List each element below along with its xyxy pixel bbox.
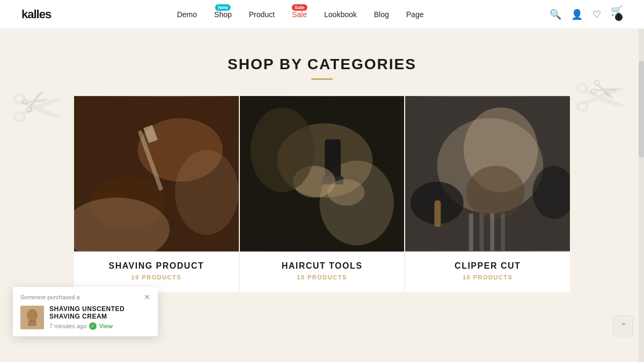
nav-menu: Demo Shop New Product Sale Sale Lookbook… [177,10,424,19]
nav-item-sale[interactable]: Sale Sale [292,10,307,19]
category-name-haircut: HAIRCUT TOOLS [251,261,394,271]
account-icon[interactable]: 👤 [571,9,583,20]
nav-item-blog[interactable]: Blog [374,10,389,19]
nav-item-shop[interactable]: Shop New [214,10,232,19]
sale-badge: Sale [292,4,308,11]
svg-rect-22 [480,213,484,250]
nav-link-product[interactable]: Product [249,10,275,19]
notification-product-thumbnail [20,306,44,329]
category-name-shaving: SHAVING PRODUCT [85,261,228,271]
nav-item-lookbook[interactable]: Lookbook [324,10,357,19]
section-title: SHOP BY CATEGORIES [0,56,644,73]
notification-someone-text: Someone purchased a [20,294,80,300]
nav-link-demo[interactable]: Demo [177,10,197,19]
category-card-haircut[interactable]: HAIRCUT TOOLS 10 PRODUCTS [240,96,405,292]
notification-body: SHAVING UNSCENTED SHAVING CREAM 7 minute… [20,305,150,330]
svg-rect-23 [491,213,495,250]
category-info-clipper: CLIPPER CUT 10 PRODUCTS [405,252,570,292]
chevron-up-icon: ⌃ [620,321,627,331]
notification-close-button[interactable]: ✕ [144,293,150,301]
category-info-shaving: SHAVING PRODUCT 10 PRODUCTS [74,252,239,292]
categories-grid: SHAVING PRODUCT 10 PRODUCTS [0,96,644,292]
navbar-icons: 🔍 👤 ♡ 🛒 0 [550,5,623,24]
nav-link-blog[interactable]: Blog [374,10,389,19]
category-name-clipper: CLIPPER CUT [416,261,559,271]
nav-link-sale[interactable]: Sale [292,10,307,19]
navbar: kalles Demo Shop New Product Sale Sale L… [0,0,644,29]
svg-rect-24 [501,213,505,250]
notification-header: Someone purchased a ✕ [20,293,150,301]
nav-item-product[interactable]: Product [249,10,275,19]
category-image-haircut [240,96,405,252]
purchase-notification: Someone purchased a ✕ SHAVING UNSCENTED … [13,287,158,336]
nav-item-demo[interactable]: Demo [177,10,197,19]
category-image-shaving [74,96,239,252]
notification-view-link[interactable]: View [99,323,113,329]
notification-time: 7 minutes ago [49,323,86,329]
nav-link-shop[interactable]: Shop [214,10,232,19]
svg-rect-21 [469,213,473,250]
svg-point-27 [27,309,38,322]
section-underline [311,78,333,80]
notification-dot-icon: ✓ [89,322,97,330]
category-card-shaving[interactable]: SHAVING PRODUCT 10 PRODUCTS [74,96,239,292]
haircut-img-overlay [240,96,405,252]
brand-logo[interactable]: kalles [21,8,51,21]
notification-product-info: SHAVING UNSCENTED SHAVING CREAM 7 minute… [49,305,150,330]
svg-point-18 [466,166,525,219]
category-info-haircut: HAIRCUT TOOLS 10 PRODUCTS [240,252,405,292]
new-badge: New [215,4,231,11]
nav-link-lookbook[interactable]: Lookbook [324,10,357,19]
notification-product-name: SHAVING UNSCENTED SHAVING CREAM [49,305,150,320]
category-image-clipper [405,96,570,252]
wishlist-icon[interactable]: ♡ [592,9,601,20]
scroll-up-button[interactable]: ⌃ [613,316,633,336]
section-title-area: SHOP BY CATEGORIES [0,29,644,96]
svg-point-6 [175,150,239,234]
cart-icon-wrapper[interactable]: 🛒 0 [611,5,623,24]
nav-link-page[interactable]: Page [406,10,424,19]
svg-point-13 [327,179,364,205]
clipper-img-overlay [405,96,570,252]
category-count-clipper: 10 PRODUCTS [416,274,559,280]
svg-rect-28 [28,321,36,326]
shaving-img-overlay [74,96,239,252]
nav-item-page[interactable]: Page [406,10,424,19]
search-icon[interactable]: 🔍 [550,9,561,20]
main-section: ✂ ✂ ✂ ✂ SHOP BY CATEGORIES [0,29,644,362]
svg-point-14 [250,107,314,192]
category-card-clipper[interactable]: CLIPPER CUT 10 PRODUCTS [405,96,570,292]
notification-footer: 7 minutes ago ✓ View [49,322,150,330]
svg-rect-25 [435,200,441,226]
cart-count: 0 [615,13,623,21]
category-count-shaving: 10 PRODUCTS [85,274,228,280]
category-count-haircut: 10 PRODUCTS [251,274,394,280]
